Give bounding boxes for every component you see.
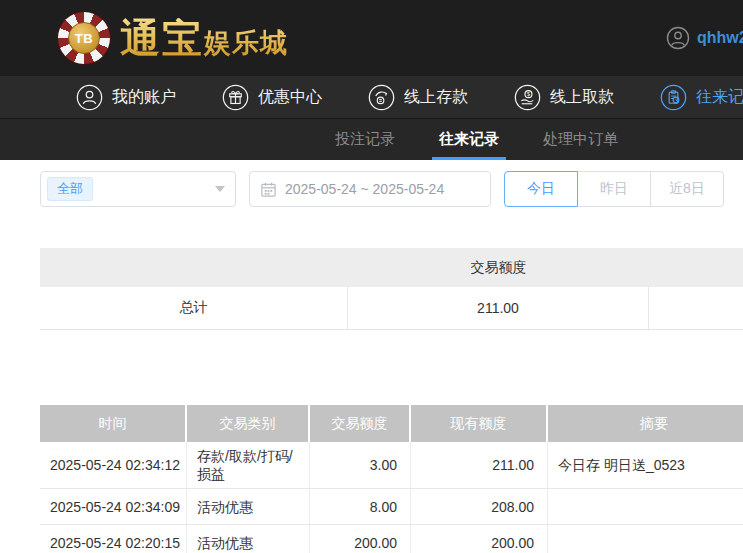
nav-item-transaction-records[interactable]: 往来记录	[660, 84, 743, 111]
cell-balance: 211.00	[411, 442, 548, 488]
filter-row: 全部 2025-05-24 ~ 2025-05-24 今日 昨日	[40, 171, 743, 207]
tab-label: 处理中订单	[543, 130, 618, 149]
quick-range-buttons: 今日 昨日 近8日	[504, 171, 724, 207]
date-range-input[interactable]: 2025-05-24 ~ 2025-05-24	[249, 171, 491, 207]
cell-summary	[548, 489, 743, 524]
chevron-down-icon	[215, 186, 225, 192]
col-header-amount: 交易额度	[310, 405, 411, 442]
yesterday-button[interactable]: 昨日	[577, 171, 651, 207]
cell-time: 2025-05-24 02:20:15	[40, 525, 187, 553]
nav-label: 我的账户	[112, 87, 176, 108]
nav-item-promotions[interactable]: 优惠中心	[222, 84, 322, 111]
tab-label: 往来记录	[439, 130, 499, 149]
table-row: 2025-05-24 02:34:09 活动优惠 8.00 208.00	[40, 489, 743, 525]
svg-text:$: $	[526, 90, 530, 97]
nav-item-deposit[interactable]: 线上存款	[368, 84, 468, 111]
poker-chip-icon: TB	[58, 12, 110, 64]
today-button[interactable]: 今日	[504, 171, 578, 207]
summary-table-header: 交易额度	[40, 248, 743, 287]
type-select[interactable]: 全部	[40, 171, 236, 207]
type-select-value: 全部	[47, 177, 93, 201]
summary-total-value: 211.00	[348, 287, 649, 329]
account-icon	[76, 84, 103, 111]
records-tab-bar: 投注记录 往来记录 处理中订单	[0, 118, 743, 160]
cell-summary: 今日存 明日送_0523	[548, 442, 743, 488]
nav-label: 线上存款	[404, 87, 468, 108]
top-header: TB 通宝娱乐城 TONG BAO qhhw2	[0, 0, 743, 76]
brand-logo[interactable]: TB 通宝娱乐城 TONG BAO	[58, 12, 288, 64]
table-row: 2025-05-24 02:34:12 存款/取款/打码/损益 3.00 211…	[40, 442, 743, 489]
col-header-summary: 摘要	[548, 405, 743, 442]
tab-transaction-records[interactable]: 往来记录	[432, 119, 506, 160]
yesterday-button-label: 昨日	[600, 180, 628, 198]
nav-label: 线上取款	[550, 87, 614, 108]
summary-total-row: 总计 211.00	[40, 287, 743, 330]
tab-label: 投注记录	[335, 130, 395, 149]
cell-summary	[548, 525, 743, 553]
today-button-label: 今日	[527, 180, 555, 198]
main-nav: 我的账户 优惠中心 线上存款 $ 线上取款	[0, 76, 743, 118]
nav-item-my-account[interactable]: 我的账户	[76, 84, 176, 111]
records-table: 时间 交易类别 交易额度 现有额度 摘要 2025-05-24 02:34:12…	[40, 405, 743, 553]
records-icon	[660, 84, 687, 111]
cell-balance: 200.00	[411, 525, 548, 553]
tab-bet-records[interactable]: 投注记录	[328, 119, 402, 160]
user-account[interactable]: qhhw2	[666, 0, 743, 76]
summary-total-empty	[649, 287, 743, 329]
summary-table: 交易额度 总计 211.00	[40, 248, 743, 330]
col-header-balance: 现有额度	[411, 405, 548, 442]
summary-header-empty	[40, 248, 348, 287]
nav-item-withdraw[interactable]: $ 线上取款	[514, 84, 614, 111]
brand-title: 通宝娱乐城 TONG BAO	[120, 18, 288, 58]
cell-type: 活动优惠	[187, 489, 310, 524]
date-range-value: 2025-05-24 ~ 2025-05-24	[285, 181, 444, 197]
last8days-button[interactable]: 近8日	[650, 171, 724, 207]
summary-header-empty	[649, 248, 743, 287]
col-header-type: 交易类别	[187, 405, 310, 442]
brand-subtitle: TONG BAO	[200, 59, 286, 69]
tab-pending-orders[interactable]: 处理中订单	[536, 119, 625, 160]
summary-header-amount: 交易额度	[348, 248, 649, 287]
nav-label: 往来记录	[696, 87, 743, 108]
cell-amount: 200.00	[310, 525, 411, 553]
cell-balance: 208.00	[411, 489, 548, 524]
table-row: 2025-05-24 02:20:15 活动优惠 200.00 200.00	[40, 525, 743, 553]
withdraw-icon: $	[514, 84, 541, 111]
calendar-icon	[260, 181, 277, 198]
user-avatar-icon	[666, 26, 690, 50]
cell-amount: 8.00	[310, 489, 411, 524]
cell-time: 2025-05-24 02:34:12	[40, 442, 187, 488]
gift-icon	[222, 84, 249, 111]
chip-monogram: TB	[68, 22, 100, 54]
brand-title-main: 通宝	[120, 14, 204, 61]
cell-type: 存款/取款/打码/损益	[187, 442, 310, 488]
username: qhhw2	[697, 29, 743, 47]
cell-amount: 3.00	[310, 442, 411, 488]
records-table-header: 时间 交易类别 交易额度 现有额度 摘要	[40, 405, 743, 442]
deposit-icon	[368, 84, 395, 111]
cell-time: 2025-05-24 02:34:09	[40, 489, 187, 524]
summary-total-label: 总计	[40, 287, 348, 329]
brand-title-tail: 娱乐城	[204, 27, 288, 58]
cell-type: 活动优惠	[187, 525, 310, 553]
col-header-time: 时间	[40, 405, 187, 442]
last8days-button-label: 近8日	[669, 180, 705, 198]
nav-label: 优惠中心	[258, 87, 322, 108]
content-area: 全部 2025-05-24 ~ 2025-05-24 今日 昨日	[0, 171, 743, 553]
